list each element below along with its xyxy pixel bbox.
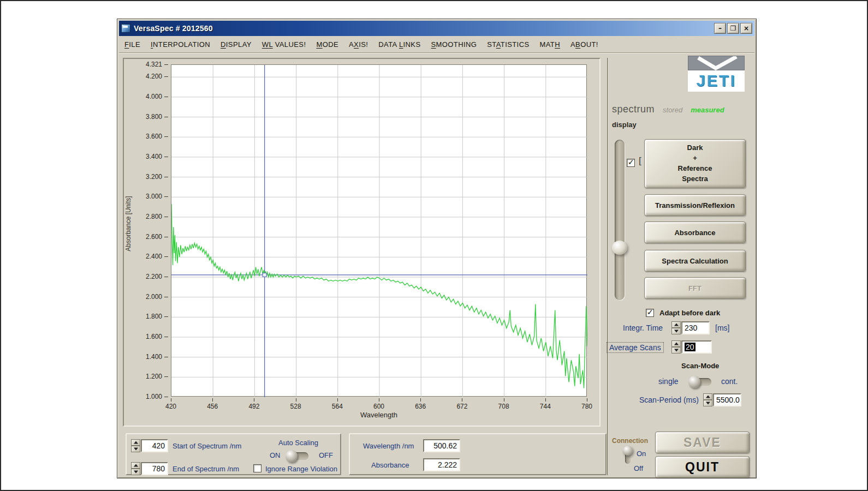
spin-up-icon[interactable]: [131, 462, 140, 469]
end-spectrum-field[interactable]: 780: [141, 462, 168, 475]
scan-mode-toggle[interactable]: [689, 378, 711, 386]
minimize-button[interactable]: –: [714, 23, 726, 34]
menu-display[interactable]: DISPLAY: [221, 40, 252, 49]
y-tick-label: 1.000: [128, 393, 162, 400]
average-scans-field[interactable]: 20: [681, 340, 712, 354]
y-tick-label: 3.200: [128, 173, 162, 181]
cursor-readout-panel: Wavelength /nm 500.62 Absorbance 2.222: [349, 433, 607, 475]
display-section-label: display: [612, 121, 637, 129]
x-tick-mark: [171, 398, 171, 402]
y-tick-label: 3.800: [128, 113, 162, 121]
spin-up-icon[interactable]: [703, 393, 712, 400]
menu-about[interactable]: ABOUT!: [570, 40, 598, 49]
y-tick-label: 2.400: [128, 253, 162, 260]
integr-time-spinner[interactable]: [671, 321, 681, 334]
wavelength-readout-field: 500.62: [423, 439, 460, 452]
scan-mode-cont-label: cont.: [721, 377, 738, 386]
connection-label: Connection: [612, 437, 648, 445]
close-button[interactable]: ×: [740, 23, 752, 34]
slider-thumb[interactable]: [612, 241, 627, 255]
menu-wl-values[interactable]: WL VALUES!: [262, 40, 306, 49]
average-scans-spinner[interactable]: [671, 340, 681, 354]
y-tick-mark: [164, 397, 168, 397]
spin-down-icon[interactable]: [131, 469, 140, 475]
connection-on-label: On: [637, 450, 646, 458]
display-checkbox[interactable]: [627, 159, 635, 167]
quit-button[interactable]: QUIT: [655, 456, 750, 478]
y-tick-label: 1.400: [128, 353, 162, 361]
spin-down-icon[interactable]: [671, 328, 681, 334]
x-tick-mark: [379, 398, 379, 402]
y-tick-mark: [164, 357, 168, 357]
spin-up-icon[interactable]: [671, 340, 681, 347]
ignore-range-violation-checkbox[interactable]: [253, 464, 261, 472]
x-tick-label: 744: [533, 403, 557, 410]
y-tick-mark: [164, 157, 168, 157]
y-tick-mark: [164, 217, 168, 217]
absorbance-readout-field: 2.222: [423, 458, 460, 471]
adapt-before-dark-label: Adapt before dark: [659, 309, 720, 317]
menu-statistics[interactable]: STATISTICS: [487, 40, 529, 49]
spin-up-icon[interactable]: [131, 439, 140, 446]
spectrum-status-row: spectrum stored measured: [612, 104, 724, 115]
spin-up-icon[interactable]: [671, 321, 681, 328]
y-tick-label: 1.200: [128, 373, 162, 380]
adapt-before-dark-checkbox[interactable]: [646, 309, 654, 317]
integr-time-field[interactable]: 230: [681, 321, 710, 334]
x-tick-label: 456: [200, 403, 224, 410]
menu-axis[interactable]: AXIS!: [349, 40, 368, 49]
menu-smoothing[interactable]: SMOOTHING: [431, 40, 477, 49]
connection-toggle[interactable]: [625, 447, 631, 464]
scan-period-spinner[interactable]: [703, 393, 712, 406]
spin-down-icon[interactable]: [671, 347, 681, 354]
absorbance-button[interactable]: Absorbance: [644, 221, 746, 243]
average-scans-label[interactable]: Average Scans: [607, 342, 664, 353]
save-button[interactable]: SAVE: [655, 432, 750, 453]
menu-mode[interactable]: MODE: [316, 40, 338, 49]
integr-time-unit: [ms]: [715, 324, 729, 332]
title-bar: VersaSpec # 2012560 – ❐ ×: [119, 21, 754, 36]
spin-down-icon[interactable]: [703, 400, 712, 406]
menu-file[interactable]: FILE: [124, 40, 140, 49]
end-spectrum-label: End of Spectrum /nm: [173, 465, 239, 473]
measured-status-label: measured: [691, 106, 724, 114]
y-tick-mark: [164, 196, 168, 197]
spectrum-label: spectrum: [612, 104, 655, 115]
maximize-button[interactable]: ❐: [727, 23, 739, 34]
toggle-knob[interactable]: [688, 376, 700, 388]
spectrum-plot[interactable]: [171, 65, 587, 397]
x-tick-mark: [545, 398, 546, 402]
auto-scaling-toggle[interactable]: [287, 452, 308, 460]
y-tick-mark: [164, 76, 168, 77]
cursor-marker[interactable]: [263, 273, 266, 277]
y-tick-mark: [164, 256, 168, 257]
y-tick-mark: [164, 64, 168, 65]
end-spectrum-spinner[interactable]: [131, 462, 140, 475]
y-tick-label: 4.321: [128, 61, 162, 68]
toggle-knob[interactable]: [286, 450, 298, 462]
display-mode-slider[interactable]: [615, 140, 625, 300]
x-tick-label: 600: [367, 403, 391, 410]
dark-reference-spectra-button[interactable]: Dark + Reference Spectra: [644, 139, 746, 188]
fft-button[interactable]: FFT: [644, 277, 746, 299]
spectra-calculation-button[interactable]: Spectra Calculation: [644, 250, 746, 272]
average-scans-selected-value: 20: [685, 343, 695, 351]
window-buttons: – ❐ ×: [714, 23, 752, 34]
menu-data-links[interactable]: DATA LINKS: [378, 40, 420, 49]
x-tick-label: 780: [575, 403, 599, 410]
toggle-knob[interactable]: [623, 446, 633, 456]
scan-period-field[interactable]: 5500.0: [713, 393, 741, 406]
start-spectrum-spinner[interactable]: [131, 439, 140, 452]
y-tick-label: 3.400: [128, 153, 162, 160]
spin-down-icon[interactable]: [131, 446, 140, 452]
x-tick-mark: [504, 398, 504, 402]
menu-interpolation[interactable]: INTERPOLATION: [151, 40, 210, 49]
start-spectrum-field[interactable]: 420: [141, 439, 168, 452]
x-tick-label: 708: [492, 403, 516, 410]
transmission-reflexion-button[interactable]: Transmission/Reflexion: [644, 194, 746, 216]
menu-math[interactable]: MATH: [540, 40, 560, 49]
x-tick-mark: [212, 398, 213, 402]
spectrum-range-panel: 420 Start of Spectrum /nm Auto Scaling O…: [126, 433, 341, 475]
scan-mode-label: Scan-Mode: [681, 362, 719, 370]
plot-area[interactable]: [171, 64, 587, 397]
